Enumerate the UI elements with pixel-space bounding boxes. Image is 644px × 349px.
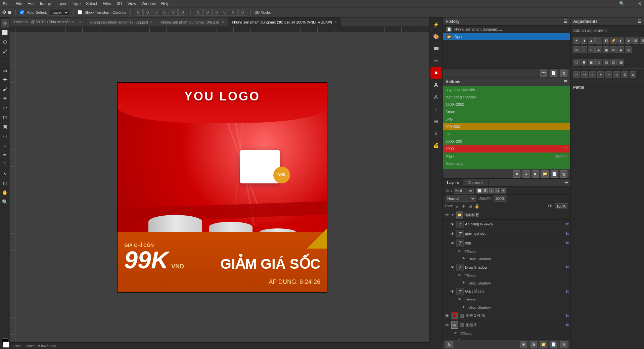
layer-delete-btn[interactable]: 🗑: [560, 341, 567, 348]
action-item-2[interactable]: 1500×2000: [443, 101, 570, 108]
tab-4[interactable]: khung san pham dungmax (38).psd @ 100% (…: [228, 17, 341, 27]
heal-tool[interactable]: ✚: [1, 75, 9, 84]
history-new-btn[interactable]: 📄: [550, 70, 557, 77]
far-right-btn-5[interactable]: ✖: [430, 67, 442, 79]
adj-extra1-icon[interactable]: ⬡: [573, 59, 580, 66]
menu-file[interactable]: File: [16, 1, 22, 6]
adj-contrast-icon[interactable]: ◑: [581, 37, 587, 44]
filter-shape-btn[interactable]: ◻: [495, 188, 500, 193]
layer-vis-l7[interactable]: 👁: [444, 313, 450, 318]
action-item-0[interactable]: quy trinh tách nền: [443, 86, 570, 93]
adj-colorbalance-icon[interactable]: ⊞: [632, 37, 639, 44]
adj-hue-icon[interactable]: ◐: [617, 37, 624, 44]
action-item-4[interactable]: JPG: [443, 116, 570, 123]
layer-group-btn[interactable]: 📁: [540, 341, 547, 348]
sub-eye-l6-shadow[interactable]: 👁: [462, 305, 466, 310]
distribute-btn5[interactable]: ⬡: [230, 9, 238, 16]
action-item-7[interactable]: 2000×200: [443, 138, 570, 145]
actions-record-btn[interactable]: ●: [522, 170, 530, 178]
adj-menu-icon[interactable]: ☰: [638, 19, 641, 24]
shape-tool[interactable]: ◻: [1, 179, 9, 187]
align-left-btn[interactable]: ⬡: [135, 9, 143, 16]
distribute-btn4[interactable]: ⬡: [221, 9, 229, 16]
adj-channelmix-icon[interactable]: ⊡: [581, 46, 587, 53]
eraser-tool[interactable]: ◻: [1, 113, 9, 122]
layer-item-l3[interactable]: 👁 T giảm giá sốc fx: [443, 229, 570, 238]
layer-vis-l3[interactable]: 👁: [450, 231, 455, 236]
sub-eye-l5-shadow[interactable]: 👁: [462, 281, 466, 286]
auto-select-checkbox[interactable]: [20, 10, 24, 14]
blend-mode-dropdown[interactable]: Normal: [446, 195, 476, 202]
adj-bw-icon[interactable]: ⊟: [640, 37, 644, 44]
menu-view[interactable]: View: [128, 1, 136, 6]
adj-extra5-icon[interactable]: ▤: [603, 59, 609, 66]
far-right-btn-1[interactable]: ⚡: [430, 19, 442, 30]
action-item-3[interactable]: Smart: [443, 108, 570, 116]
menu-select[interactable]: Select: [86, 1, 97, 6]
adj-gradient-icon[interactable]: ◉: [617, 46, 624, 53]
sub-eye-l8-effects[interactable]: 👁: [454, 331, 458, 336]
align-right-btn[interactable]: ⬡: [152, 9, 160, 16]
tab-1[interactable]: Untitled-1 @ 68.3% (Chia sẻ miễn p... ✕: [10, 17, 86, 27]
window-restore[interactable]: □: [633, 1, 635, 6]
quick-select-tool[interactable]: 🖊: [1, 47, 9, 56]
hand-tool[interactable]: ✋: [1, 188, 9, 197]
tab-2[interactable]: khung san pham dungmax (32).psd ✕: [86, 17, 157, 27]
align-top-btn[interactable]: ⬡: [161, 9, 169, 16]
adj-extra7-icon[interactable]: ▦: [617, 59, 624, 66]
adj-exposure-icon[interactable]: ◧: [603, 37, 609, 44]
layer-item-l5[interactable]: 👁 T Drop Shadow fx: [443, 263, 570, 272]
layer-new-btn[interactable]: 📄: [550, 341, 557, 348]
menu-type[interactable]: Type: [72, 1, 81, 6]
layer-vis-group1[interactable]: 👁: [444, 212, 450, 218]
layer-vis-l6[interactable]: 👁: [450, 289, 455, 294]
lock-all-icon[interactable]: 🔒: [474, 204, 480, 209]
menu-filter[interactable]: Filter: [102, 1, 111, 6]
action-item-9[interactable]: Mask Shift+F4: [443, 152, 570, 160]
align-center-h-btn[interactable]: ⬡: [143, 9, 151, 16]
dodge-tool[interactable]: ○: [1, 141, 9, 150]
action-item-10[interactable]: Mask copy: [443, 160, 570, 167]
background-color[interactable]: [3, 342, 9, 348]
type-tool[interactable]: T: [1, 160, 9, 169]
eyedropper-tool[interactable]: 🖮: [1, 66, 9, 75]
layer-item-l7[interactable]: 👁 图框 1 样 贝 fx: [443, 311, 570, 320]
menu-window[interactable]: Window: [141, 1, 156, 6]
adj-extra2-icon[interactable]: ⬢: [581, 59, 587, 66]
layer-add-adj-btn[interactable]: ◑: [530, 341, 537, 348]
blur-tool[interactable]: ◌: [1, 132, 9, 140]
history-item-0[interactable]: 📄 khung san pham dungmax ...: [443, 26, 570, 33]
adj-curves-icon[interactable]: ⌒: [595, 37, 602, 44]
search-icon[interactable]: 🔍: [619, 1, 625, 6]
lock-artboard-icon[interactable]: ⊠: [468, 204, 473, 209]
adj-extra3-icon[interactable]: ◼: [588, 59, 595, 66]
actions-delete-btn[interactable]: 🗑: [560, 170, 567, 178]
marquee-tool[interactable]: ⬜: [1, 28, 9, 37]
adj-r4-6-icon[interactable]: ✩: [613, 71, 620, 78]
fill-input[interactable]: [555, 203, 568, 209]
adj-r4-7-icon[interactable]: ✪: [622, 71, 628, 78]
layer-item-l2[interactable]: 👁 T Áp dụng 8-24-26 fx: [443, 220, 570, 229]
adj-r4-4-icon[interactable]: ✦: [597, 71, 604, 78]
show-transform-checkbox[interactable]: [78, 10, 82, 14]
adj-threshold-icon[interactable]: ⊕: [610, 46, 617, 53]
adj-r4-8-icon[interactable]: ✫: [630, 71, 636, 78]
opacity-input[interactable]: [494, 195, 507, 202]
far-right-btn-8[interactable]: ↕: [430, 103, 442, 115]
adj-r4-3-icon[interactable]: ⊹: [589, 71, 596, 78]
filter-type-btn[interactable]: T: [489, 188, 494, 193]
actions-new-action-btn[interactable]: 📄: [551, 170, 558, 178]
filter-adj-btn[interactable]: ☰: [482, 188, 488, 193]
adj-extra4-icon[interactable]: ◻: [595, 59, 602, 66]
layer-add-mask-btn[interactable]: ⊕: [520, 341, 527, 348]
far-right-btn-11[interactable]: 💰: [430, 140, 442, 151]
tab-2-close[interactable]: ✕: [150, 20, 153, 24]
lock-pixels-icon[interactable]: ⊟: [454, 204, 460, 209]
far-right-btn-9[interactable]: ⊞: [430, 116, 442, 127]
brush-tool[interactable]: 🖌: [1, 85, 9, 93]
menu-3d[interactable]: 3D: [117, 1, 122, 6]
menu-edit[interactable]: Edit: [28, 1, 35, 6]
menu-image[interactable]: Image: [40, 1, 51, 6]
history-brush-tool[interactable]: ↩: [1, 103, 9, 112]
sub-eye-l6-effects[interactable]: 👁: [458, 298, 462, 302]
